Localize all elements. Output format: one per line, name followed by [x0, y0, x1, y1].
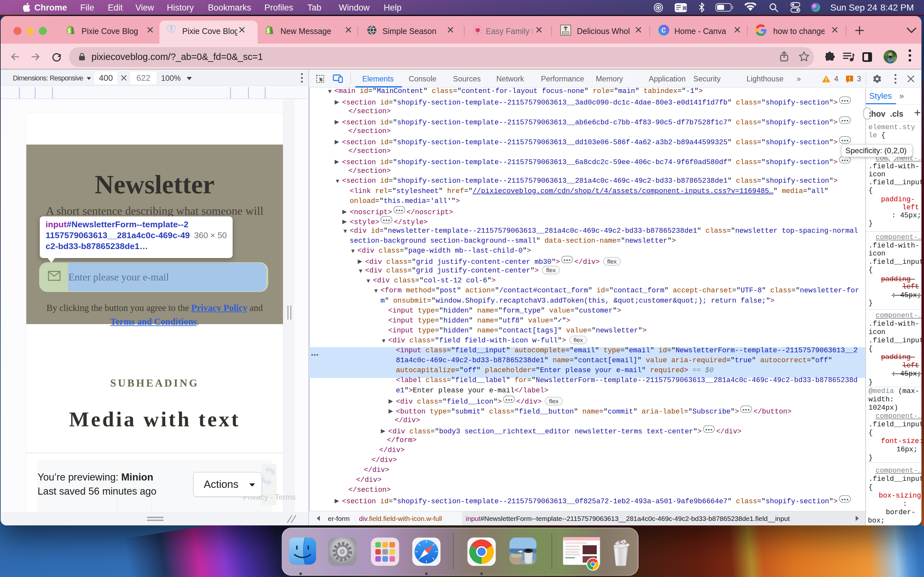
svg-text:⌘: ⌘ — [682, 5, 687, 11]
